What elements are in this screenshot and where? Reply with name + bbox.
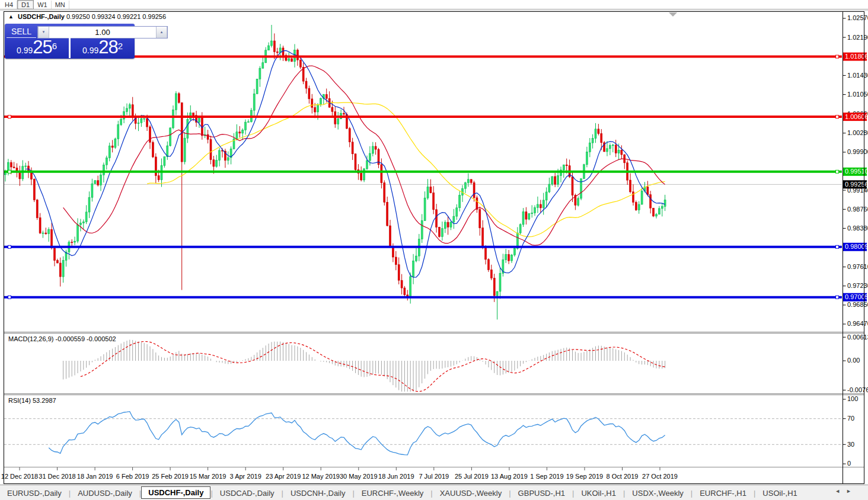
line-anchor[interactable] — [836, 170, 839, 173]
date-tick-label: 18 Jan 2019 — [77, 473, 113, 480]
rsi-tick-label: 0 — [847, 460, 851, 467]
current-price-label-text: 0.99256 — [845, 181, 868, 188]
line-anchor[interactable] — [836, 55, 839, 58]
collapse-chart-icon[interactable]: ▲ — [8, 14, 14, 20]
chart-title: ▲ USDCHF-,Daily 0.99250 0.99324 0.99221 … — [8, 13, 166, 20]
tab-eurchf-h1[interactable]: EURCHF-,H1 — [693, 487, 754, 499]
hline-price-label-text: 1.01806 — [845, 53, 868, 60]
price-tick-label: 0.96850 — [847, 301, 868, 308]
price-tick-label: 0.99900 — [847, 148, 868, 155]
date-tick-label: 6 Feb 2019 — [116, 473, 149, 480]
price-tick-label: 1.01430 — [847, 72, 868, 79]
macd-tick-label: 0.00613 — [847, 334, 868, 341]
date-tick-label: 19 Sep 2019 — [566, 473, 603, 480]
date-tick-label: 30 May 2019 — [340, 473, 378, 480]
rsi-indicator-label: RSI(14) 53.2987 — [8, 397, 56, 404]
date-tick-label: 13 Aug 2019 — [491, 473, 528, 480]
macd-indicator-label: MACD(12,26,9) -0.000559 -0.000502 — [8, 335, 116, 342]
line-anchor[interactable] — [8, 245, 11, 248]
symbol-name: USDCHF-,Daily — [18, 13, 65, 20]
hline-price-label-text: 1.00606 — [845, 113, 868, 120]
date-tick-label: 7 Jul 2019 — [419, 473, 449, 480]
price-tick-label: 0.96470 — [847, 320, 868, 327]
tabs-scroll-right-icon[interactable]: ► — [846, 488, 857, 494]
price-tick-label: 0.97230 — [847, 282, 868, 289]
date-tick-label: 12 Dec 2018 — [1, 473, 38, 480]
tab-usdchf-daily[interactable]: USDCHF-,Daily — [141, 486, 210, 499]
line-anchor[interactable] — [8, 296, 11, 299]
date-tick-label: 8 Oct 2019 — [607, 473, 639, 480]
buy-price[interactable]: 0.99282 — [71, 39, 135, 59]
sell-button[interactable]: SELL — [7, 26, 36, 38]
price-tick-label: 0.98380 — [847, 225, 868, 232]
chart-area[interactable]: 1.025701.021901.014301.010501.006601.002… — [0, 0, 868, 500]
tab-eurchf-weekly[interactable]: EURCHF-,Weekly — [355, 487, 431, 499]
date-tick-label: 15 Mar 2019 — [190, 473, 226, 480]
price-tick-label: 1.01050 — [847, 91, 868, 98]
tab-usoil-h1[interactable]: USOil-,H1 — [755, 487, 805, 499]
date-tick-label: 23 Apr 2019 — [266, 473, 301, 480]
date-tick-label: 3 Apr 2019 — [230, 473, 261, 480]
triangle-down-icon: ▼ — [42, 30, 46, 34]
rsi-tick-label: 100 — [847, 395, 858, 402]
price-tick-label: 1.02190 — [847, 34, 868, 41]
price-tick-label: 0.98760 — [847, 206, 868, 213]
date-tick-label: 25 Feb 2019 — [152, 473, 189, 480]
rsi-tick-label: 30 — [847, 441, 854, 448]
tab-xauusd-weekly[interactable]: XAUUSD-,Weekly — [433, 487, 509, 499]
line-anchor[interactable] — [836, 116, 839, 118]
hline-price-label-text: 0.98009 — [845, 243, 868, 250]
one-click-trading-panel: SELL ▼ ▲ BUY 0.99256 0.99282 — [5, 24, 135, 59]
line-anchor[interactable] — [8, 116, 11, 118]
ohlc-values: 0.99250 0.99324 0.99221 0.99256 — [66, 13, 166, 20]
volume-increase-button[interactable]: ▲ — [156, 27, 167, 38]
line-anchor[interactable] — [836, 245, 839, 248]
date-tick-label: 27 Oct 2019 — [642, 473, 678, 480]
tabs-scroll-left-icon[interactable]: ◄ — [835, 488, 846, 494]
hline-price-label-text: 0.99510 — [845, 168, 868, 175]
hline-price-label-text: 0.97005 — [845, 293, 868, 300]
buy-button[interactable]: BUY — [169, 26, 199, 38]
tab-gbpusd-h1[interactable]: GBPUSD-,H1 — [511, 487, 572, 499]
date-tick-label: 1 Sep 2019 — [530, 473, 563, 480]
rsi-tick-label: 70 — [847, 415, 854, 422]
price-tick-label: 1.00280 — [847, 129, 868, 136]
chart-tab-bar: EURUSD-,Daily|AUDUSD-,Daily|USDCHF-,Dail… — [0, 485, 868, 500]
tab-usdcnh-daily[interactable]: USDCNH-,Daily — [283, 487, 352, 499]
sell-price[interactable]: 0.99256 — [5, 39, 69, 59]
macd-tick-label: 0.00 — [847, 357, 860, 364]
price-tick-label: 0.97610 — [847, 263, 868, 270]
tab-scroll-arrows: ◄► — [835, 488, 857, 494]
line-anchor[interactable] — [8, 170, 11, 173]
date-tick-label: 12 May 2019 — [302, 473, 340, 480]
triangle-up-icon: ▲ — [160, 30, 164, 34]
line-anchor[interactable] — [836, 296, 839, 299]
macd-tick-label: -0.007612 — [847, 386, 868, 393]
tab-ukoil-h1[interactable]: UKOil-,H1 — [574, 487, 623, 499]
tab-eurusd-daily[interactable]: EURUSD-,Daily — [0, 487, 69, 499]
mt4-window: H4D1W1MN 1.025701.021901.014301.010501.0… — [0, 0, 868, 500]
tab-audusd-daily[interactable]: AUDUSD-,Daily — [71, 487, 139, 499]
date-tick-label: 25 Jul 2019 — [455, 473, 489, 480]
date-tick-label: 18 Jun 2019 — [378, 473, 414, 480]
date-tick-label: 31 Dec 2018 — [39, 473, 75, 480]
tab-usdx-weekly[interactable]: USDX-,Weekly — [625, 487, 690, 499]
price-tick-label: 1.02570 — [847, 14, 868, 21]
tab-usdcad-daily[interactable]: USDCAD-,Daily — [213, 487, 282, 499]
